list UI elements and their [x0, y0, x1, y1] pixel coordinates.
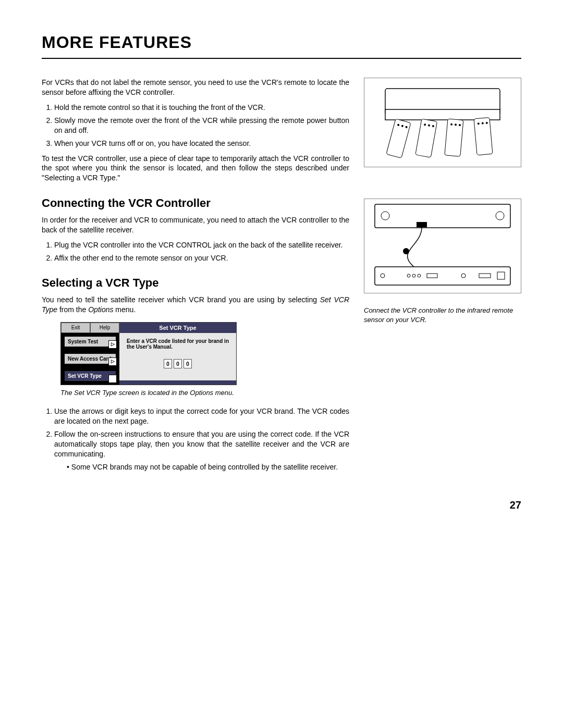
select-vcr-steps: Use the arrows or digit keys to input th…	[42, 406, 349, 472]
svg-point-22	[403, 248, 409, 254]
figure-connect-controller	[364, 199, 521, 293]
heading-connecting: Connecting the VCR Controller	[42, 195, 349, 211]
select-step-2-text: Follow the on-screen instructions to ens…	[54, 430, 349, 458]
page-number: 27	[42, 498, 521, 512]
select-text-a: You need to tell the satellite receiver …	[42, 295, 320, 304]
select-step-2: Follow the on-screen instructions to ens…	[54, 429, 349, 472]
svg-point-26	[412, 274, 415, 277]
menu-item-label: Set VCR Type	[68, 373, 102, 379]
svg-point-24	[381, 274, 385, 278]
svg-rect-30	[479, 274, 491, 278]
menu-item-system-test: System Test ▷	[65, 337, 116, 347]
svg-point-20	[496, 212, 504, 220]
select-step-1: Use the arrows or digit keys to input th…	[54, 406, 349, 426]
select-text-d: Options	[88, 305, 113, 314]
title-rule	[42, 58, 521, 59]
figure-vcr-with-remotes	[364, 78, 521, 167]
page-section-title: MORE FEATURES	[42, 31, 521, 54]
illustration-column: Connect the VCR controller to the infrar…	[364, 78, 521, 477]
menu-panel-text: Enter a VCR code listed for your brand i…	[127, 338, 229, 350]
menu-item-label: System Test	[68, 339, 98, 344]
svg-rect-21	[417, 222, 427, 227]
connect-steps: Plug the VCR controller into the VCR CON…	[42, 240, 349, 263]
menu-panel-body: Enter a VCR code listed for your brand i…	[119, 333, 236, 380]
main-text-column: For VCRs that do not label the remote se…	[42, 78, 349, 477]
menu-tab-exit: Exit	[61, 323, 90, 333]
heading-selecting: Selecting a VCR Type	[42, 275, 349, 291]
vcr-code-input: 0 0 0	[127, 359, 229, 368]
step-3: When your VCR turns off or on, you have …	[54, 139, 349, 149]
test-paragraph: To test the VCR controller, use a piece …	[42, 154, 349, 183]
menu-tab-help: Help	[90, 323, 119, 333]
svg-rect-28	[427, 274, 437, 278]
menu-main-panel: Set VCR Type Enter a VCR code listed for…	[119, 323, 236, 385]
screenshot-caption: The Set VCR Type screen is located in th…	[60, 388, 349, 398]
svg-point-27	[418, 274, 421, 277]
svg-point-19	[381, 212, 389, 220]
step-1: Hold the remote control so that it is to…	[54, 103, 349, 113]
menu-bottom-bar	[119, 380, 236, 385]
svg-rect-31	[497, 272, 505, 279]
svg-point-29	[461, 274, 466, 278]
play-arrow-icon: ▷	[108, 357, 117, 366]
locate-sensor-steps: Hold the remote control so that it is to…	[42, 103, 349, 149]
step-2: Slowly move the remote over the front of…	[54, 116, 349, 135]
svg-rect-18	[375, 204, 510, 228]
code-digit-2: 0	[174, 359, 182, 368]
connect-paragraph: In order for the receiver and VCR to com…	[42, 215, 349, 235]
menu-item-set-vcr-type: Set VCR Type ▷	[65, 371, 116, 381]
play-arrow-icon: ▷	[108, 375, 117, 383]
menu-item-label: New Access Card	[68, 356, 112, 362]
svg-point-25	[407, 274, 410, 277]
code-digit-1: 0	[164, 359, 172, 368]
connect-step-1: Plug the VCR controller into the VCR CON…	[54, 240, 349, 250]
select-step-2-bullet: Some VCR brands may not be capable of be…	[67, 462, 349, 472]
connect-step-2: Affix the other end to the remote sensor…	[54, 253, 349, 263]
set-vcr-type-screenshot: Exit Help System Test ▷ New Access Card …	[60, 322, 237, 385]
select-text-c: from the	[57, 305, 88, 314]
svg-rect-6	[415, 119, 437, 157]
menu-item-new-access-card: New Access Card ▷	[65, 354, 116, 364]
play-arrow-icon: ▷	[108, 340, 117, 349]
select-paragraph: You need to tell the satellite receiver …	[42, 295, 349, 315]
menu-sidebar: Exit Help System Test ▷ New Access Card …	[61, 323, 119, 385]
intro-paragraph: For VCRs that do not label the remote se…	[42, 78, 349, 97]
figure-caption: Connect the VCR controller to the infrar…	[364, 306, 521, 324]
select-text-e: menu.	[113, 305, 136, 314]
code-digit-3: 0	[183, 359, 192, 368]
menu-panel-title: Set VCR Type	[119, 323, 236, 333]
